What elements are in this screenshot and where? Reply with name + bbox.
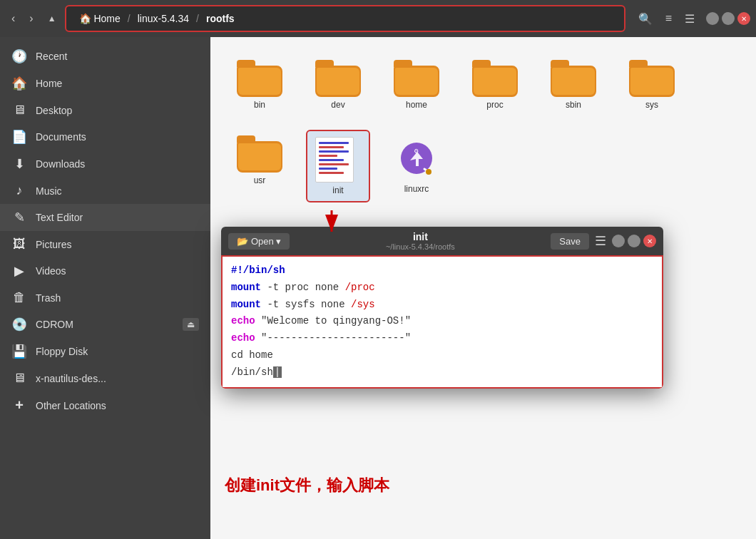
annotation-label: 创建init文件，输入脚本 bbox=[225, 476, 389, 494]
code-line-3: mount -t sysfs none /sys bbox=[231, 297, 653, 314]
sidebar-label-floppy: Floppy Disk bbox=[36, 346, 199, 357]
code-line-2: mount -t proc none /proc bbox=[231, 279, 653, 297]
toolbar-right: 🔍 ≡ ☰ ✕ bbox=[634, 9, 750, 29]
trash-icon: 🗑 bbox=[11, 290, 27, 305]
sidebar-item-recent[interactable]: 🕐 Recent bbox=[0, 43, 210, 70]
text-editor-popup: 📂 Open ▾ init ~/linux-5.4.34/rootfs Save… bbox=[221, 227, 663, 389]
init-file-icon-wrapper bbox=[315, 137, 361, 183]
sidebar-label-x-nautilus: x-nautilus-des... bbox=[36, 373, 199, 384]
minimize-button[interactable] bbox=[706, 12, 719, 25]
file-name-proc: proc bbox=[486, 100, 503, 110]
file-item-init[interactable]: init bbox=[306, 130, 370, 202]
file-name-init: init bbox=[332, 185, 343, 195]
sidebar-item-cdrom[interactable]: 💿 CDROM ⏏ bbox=[0, 311, 210, 338]
editor-filename: init bbox=[295, 231, 545, 242]
file-name-sys: sys bbox=[645, 100, 658, 110]
editor-path: ~/linux-5.4.34/rootfs bbox=[295, 242, 545, 251]
sidebar-label-trash: Trash bbox=[36, 292, 199, 304]
file-item-sys[interactable]: sys bbox=[620, 54, 684, 115]
nav-forward-button[interactable]: › bbox=[24, 9, 39, 28]
sidebar-item-text-editor[interactable]: ✎ Text Editor bbox=[0, 204, 210, 231]
sidebar: 🕐 Recent 🏠 Home 🖥 Desktop 📄 Documents ⬇ … bbox=[0, 37, 210, 539]
nav-up-button[interactable]: ▲ bbox=[42, 11, 62, 26]
file-item-bin[interactable]: bin bbox=[228, 54, 292, 115]
sidebar-label-music: Music bbox=[36, 185, 199, 197]
file-name-bin: bin bbox=[254, 100, 265, 110]
file-item-linuxrc[interactable]: ⚙ linuxrc bbox=[384, 130, 449, 202]
file-item-dev[interactable]: dev bbox=[306, 54, 370, 115]
pictures-icon: 🖼 bbox=[11, 237, 27, 252]
nav-back-button[interactable]: ‹ bbox=[6, 9, 21, 28]
documents-icon: 📄 bbox=[11, 129, 27, 145]
code-line-5: echo "-----------------------" bbox=[231, 330, 653, 347]
editor-window-controls: ✕ bbox=[612, 235, 656, 247]
videos-icon: ▶ bbox=[11, 263, 27, 279]
open-icon: 📂 bbox=[237, 236, 248, 247]
annotation-text: 创建init文件，输入脚本 bbox=[225, 475, 389, 496]
breadcrumb-linux[interactable]: linux-5.4.34 bbox=[131, 11, 196, 26]
sidebar-item-trash[interactable]: 🗑 Trash bbox=[0, 284, 210, 311]
folder-icon-home bbox=[394, 60, 439, 97]
file-item-usr[interactable]: usr bbox=[228, 130, 292, 202]
editor-menu-button[interactable]: ☰ bbox=[595, 233, 606, 249]
cdrom-icon: 💿 bbox=[11, 317, 27, 332]
breadcrumb-rootfs[interactable]: rootfs bbox=[199, 11, 242, 26]
folder-icon-sbin bbox=[551, 60, 596, 97]
editor-body[interactable]: #!/bin/sh mount -t proc none /proc mount… bbox=[221, 255, 663, 389]
folder-icon-sys bbox=[629, 60, 675, 97]
sidebar-label-downloads: Downloads bbox=[36, 158, 199, 170]
sidebar-item-floppy[interactable]: 💾 Floppy Disk bbox=[0, 338, 210, 365]
editor-save-button[interactable]: Save bbox=[551, 233, 589, 250]
other-locations-icon: + bbox=[11, 397, 27, 414]
code-line-6: cd home bbox=[231, 347, 653, 364]
x-nautilus-icon: 🖥 bbox=[11, 371, 27, 386]
sidebar-label-other-locations: Other Locations bbox=[36, 400, 199, 411]
editor-maximize-button[interactable] bbox=[628, 235, 640, 247]
sidebar-label-text-editor: Text Editor bbox=[36, 212, 199, 223]
maximize-button[interactable] bbox=[722, 12, 735, 25]
menu-button[interactable]: ☰ bbox=[680, 9, 699, 29]
sidebar-item-home[interactable]: 🏠 Home bbox=[0, 70, 210, 97]
window-controls: ✕ bbox=[706, 12, 750, 25]
sidebar-item-x-nautilus[interactable]: 🖥 x-nautilus-des... bbox=[0, 365, 210, 391]
sidebar-item-documents[interactable]: 📄 Documents bbox=[0, 123, 210, 150]
sidebar-item-downloads[interactable]: ⬇ Downloads bbox=[0, 150, 210, 178]
sidebar-label-documents: Documents bbox=[36, 131, 199, 143]
folder-icon-proc bbox=[472, 60, 518, 97]
breadcrumb: 🏠 Home / linux-5.4.34 / rootfs bbox=[65, 5, 625, 32]
sidebar-item-desktop[interactable]: 🖥 Desktop bbox=[0, 97, 210, 123]
sidebar-label-home: Home bbox=[36, 78, 199, 89]
sidebar-item-music[interactable]: ♪ Music bbox=[0, 178, 210, 204]
recent-icon: 🕐 bbox=[11, 48, 27, 64]
folder-icon-dev bbox=[315, 60, 361, 97]
linuxrc-icon: ⚙ bbox=[394, 135, 439, 181]
editor-close-button[interactable]: ✕ bbox=[643, 235, 656, 247]
sidebar-item-pictures[interactable]: 🖼 Pictures bbox=[0, 231, 210, 257]
sidebar-item-videos[interactable]: ▶ Videos bbox=[0, 257, 210, 284]
downloads-icon: ⬇ bbox=[11, 156, 27, 172]
search-button[interactable]: 🔍 bbox=[634, 9, 657, 29]
editor-titlebar: 📂 Open ▾ init ~/linux-5.4.34/rootfs Save… bbox=[221, 227, 663, 255]
sidebar-label-recent: Recent bbox=[36, 51, 199, 62]
file-item-sbin[interactable]: sbin bbox=[541, 54, 606, 115]
file-item-proc[interactable]: proc bbox=[463, 54, 527, 115]
list-view-button[interactable]: ≡ bbox=[661, 9, 676, 28]
editor-open-button[interactable]: 📂 Open ▾ bbox=[228, 233, 290, 250]
code-line-4: echo "Welcome to qingyang-OS!" bbox=[231, 313, 653, 330]
music-icon: ♪ bbox=[11, 183, 27, 198]
home-icon: 🏠 bbox=[11, 76, 27, 91]
file-name-home: home bbox=[406, 100, 427, 110]
cdrom-eject-button[interactable]: ⏏ bbox=[183, 318, 199, 331]
editor-title-center: init ~/linux-5.4.34/rootfs bbox=[295, 231, 545, 251]
svg-point-2 bbox=[426, 169, 431, 175]
close-button[interactable]: ✕ bbox=[737, 12, 750, 25]
sidebar-label-videos: Videos bbox=[36, 265, 199, 277]
sidebar-item-other-locations[interactable]: + Other Locations bbox=[0, 391, 210, 419]
folder-icon-bin bbox=[237, 60, 282, 97]
text-editor-icon: ✎ bbox=[11, 210, 27, 225]
editor-minimize-button[interactable] bbox=[612, 235, 625, 247]
breadcrumb-home[interactable]: 🏠 Home bbox=[72, 11, 128, 26]
file-grid: bin dev bbox=[228, 54, 739, 202]
file-item-home[interactable]: home bbox=[384, 54, 449, 115]
file-name-sbin: sbin bbox=[566, 100, 581, 110]
